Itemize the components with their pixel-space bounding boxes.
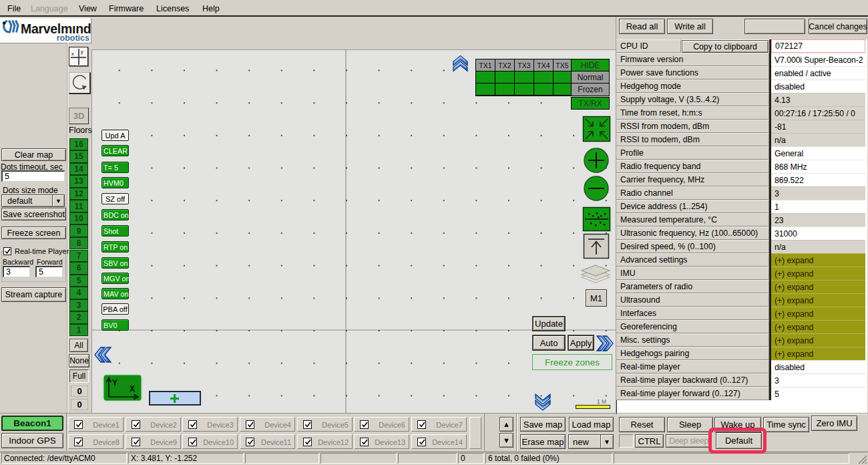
svg-text:Y: Y bbox=[112, 378, 118, 388]
svg-text:X: X bbox=[130, 384, 135, 394]
svg-text:y: y bbox=[81, 49, 83, 55]
svg-text:x: x bbox=[71, 51, 74, 56]
